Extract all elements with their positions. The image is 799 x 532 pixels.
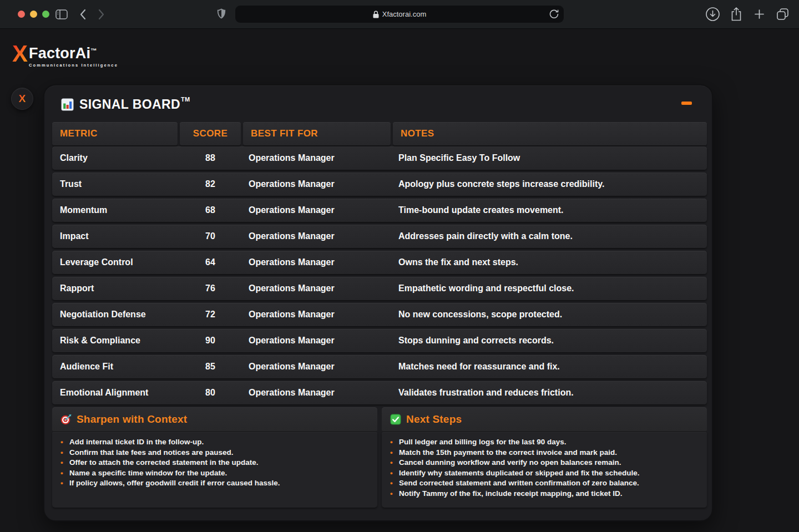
context-card: Sharpen with Context Add internal ticket… [52, 407, 377, 508]
back-icon[interactable] [79, 9, 86, 20]
list-item: Send corrected statement and written con… [382, 478, 707, 489]
score-cell: 90 [180, 329, 241, 352]
header-notes: NOTES [393, 122, 707, 145]
context-card-title: Sharpen with Context [77, 413, 187, 425]
notes-cell: Matches need for reassurance and fix. [393, 355, 707, 378]
metric-cell: Clarity [52, 146, 178, 170]
context-card-header: Sharpen with Context [52, 407, 377, 431]
zoom-window-button[interactable] [42, 11, 49, 18]
notes-cell: Owns the fix and next steps. [393, 251, 707, 274]
score-cell: 88 [180, 146, 241, 170]
table-row: Leverage Control64Operations ManagerOwns… [52, 251, 707, 274]
notes-cell: Stops dunning and corrects records. [393, 329, 707, 352]
list-item: Add internal ticket ID in the follow-up. [52, 437, 377, 448]
fit-cell: Operations Manager [243, 146, 391, 170]
table-row: Rapport76Operations ManagerEmpathetic wo… [52, 277, 707, 300]
widget-x-icon: X [19, 93, 26, 105]
target-icon [60, 414, 72, 425]
share-icon[interactable] [730, 7, 743, 22]
list-item: Identify why statements duplicated or sk… [382, 468, 707, 479]
next-steps-card-body: Pull ledger and billing logs for the las… [382, 432, 707, 508]
score-cell: 82 [180, 173, 241, 196]
table-row: Clarity88Operations ManagerPlan Specific… [52, 146, 707, 170]
browser-chrome: Xfactorai.com [0, 0, 799, 29]
fit-cell: Operations Manager [243, 329, 391, 352]
panel-trademark: TM [181, 96, 190, 103]
next-steps-card-title: Next Steps [406, 413, 462, 425]
header-fit: BEST FIT FOR [243, 122, 391, 145]
notes-cell: Empathetic wording and respectful close. [393, 277, 707, 300]
score-cell: 85 [180, 355, 241, 378]
notes-cell: Plan Specific Easy To Follow [393, 146, 707, 170]
notes-cell: No new concessions, scope protected. [393, 303, 707, 326]
header-metric: METRIC [52, 122, 178, 145]
score-cell: 64 [180, 251, 241, 274]
address-bar[interactable]: Xfactorai.com [235, 6, 564, 23]
notes-cell: Time-bound update creates movement. [393, 199, 707, 222]
list-item: Offer to attach the corrected statement … [52, 458, 377, 468]
signal-board-panel: SIGNAL BOARDTM METRIC SCORE BEST FIT FOR… [43, 84, 713, 521]
score-cell: 70 [180, 225, 241, 248]
list-item: Pull ledger and billing logs for the las… [382, 437, 707, 448]
brand-tagline: Communications Intelligence [29, 63, 118, 68]
panel-title-text: SIGNAL BOARDTM [79, 98, 190, 111]
table-row: Audience Fit85Operations ManagerMatches … [52, 355, 707, 378]
signal-table: METRIC SCORE BEST FIT FOR NOTES Clarity8… [52, 122, 707, 404]
list-item: Notify Tammy of the fix, include receipt… [382, 489, 707, 499]
next-steps-list: Pull ledger and billing logs for the las… [382, 437, 707, 499]
notes-cell: Addresses pain directly with a calm tone… [393, 225, 707, 248]
fit-cell: Operations Manager [243, 303, 391, 326]
list-item: Cancel dunning workflow and verify no op… [382, 458, 707, 468]
bar-chart-icon [61, 98, 74, 111]
fit-cell: Operations Manager [243, 225, 391, 248]
metric-cell: Negotiation Defense [52, 303, 178, 326]
metric-cell: Rapport [52, 277, 178, 300]
table-row: Impact70Operations ManagerAddresses pain… [52, 225, 707, 248]
table-row: Trust82Operations ManagerApology plus co… [52, 173, 707, 196]
score-cell: 80 [180, 381, 241, 404]
table-header-row: METRIC SCORE BEST FIT FOR NOTES [52, 122, 707, 145]
fit-cell: Operations Manager [243, 199, 391, 222]
url-text: Xfactorai.com [382, 10, 426, 18]
list-item: Match the 15th payment to the correct in… [382, 448, 707, 458]
reload-icon[interactable] [549, 9, 559, 19]
tabs-icon[interactable] [776, 7, 790, 22]
table-row: Negotiation Defense72Operations ManagerN… [52, 303, 707, 326]
brand-trademark: ™ [90, 47, 97, 54]
next-steps-card: Next Steps Pull ledger and billing logs … [382, 407, 707, 508]
metric-cell: Audience Fit [52, 355, 178, 378]
fit-cell: Operations Manager [243, 277, 391, 300]
next-steps-card-header: Next Steps [382, 407, 707, 431]
panel-title: SIGNAL BOARDTM [61, 98, 190, 111]
new-tab-icon[interactable] [752, 7, 766, 22]
forward-icon[interactable] [98, 9, 105, 20]
context-card-body: Add internal ticket ID in the follow-up.… [52, 432, 377, 508]
fit-cell: Operations Manager [243, 173, 391, 196]
notes-cell: Apology plus concrete steps increase cre… [393, 173, 707, 196]
shield-icon[interactable] [217, 8, 226, 20]
fit-cell: Operations Manager [243, 251, 391, 274]
panel-minimize-button[interactable] [681, 102, 692, 105]
table-row: Momentum68Operations ManagerTime-bound u… [52, 199, 707, 222]
fit-cell: Operations Manager [243, 381, 391, 404]
list-item: Name a specific time window for the upda… [52, 468, 377, 479]
brand-name: FactorAi™ [29, 43, 118, 61]
download-icon[interactable] [705, 7, 720, 22]
list-item: Confirm that late fees and notices are p… [52, 448, 377, 458]
window-controls [18, 11, 49, 18]
metric-cell: Leverage Control [52, 251, 178, 274]
close-window-button[interactable] [18, 11, 25, 18]
minimize-window-button[interactable] [30, 11, 37, 18]
notes-cell: Validates frustration and reduces fricti… [393, 381, 707, 404]
metric-cell: Risk & Compliance [52, 329, 178, 352]
check-icon [390, 414, 401, 425]
sidebar-toggle-icon[interactable] [55, 9, 68, 19]
table-row: Emotional Alignment80Operations ManagerV… [52, 381, 707, 404]
list-item: If policy allows, offer goodwill credit … [52, 478, 377, 489]
score-cell: 68 [180, 199, 241, 222]
brand-logo: X FactorAi™ Communications Intelligence [12, 43, 118, 68]
toolbar-right [705, 7, 790, 22]
metric-cell: Momentum [52, 199, 178, 222]
widget-launcher-button[interactable]: X [11, 88, 33, 110]
score-cell: 72 [180, 303, 241, 326]
